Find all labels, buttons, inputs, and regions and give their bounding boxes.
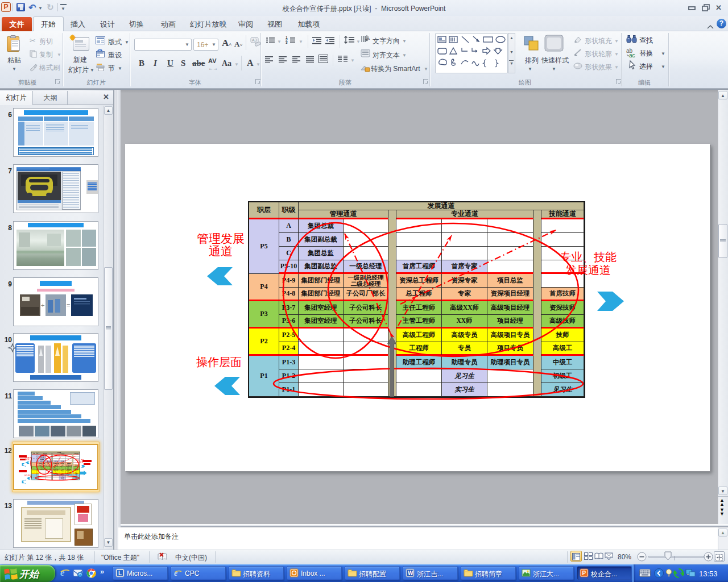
svg-text:A3: A3	[252, 38, 257, 42]
svg-text:L: L	[118, 570, 122, 576]
svg-text:ac: ac	[629, 52, 635, 58]
svg-text:A: A	[366, 35, 370, 41]
svg-text:W: W	[408, 570, 413, 576]
svg-text:P: P	[582, 570, 586, 576]
svg-text:e: e	[174, 569, 177, 577]
svg-text:e: e	[60, 567, 65, 578]
